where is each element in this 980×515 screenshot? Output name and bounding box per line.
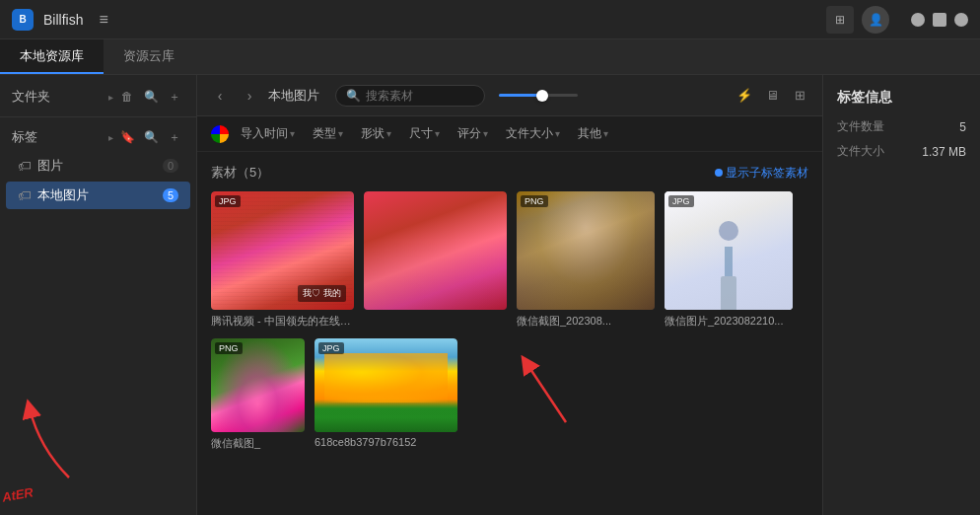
filter-import-time[interactable]: 导入时间 ▾ bbox=[235, 123, 301, 144]
filter-size[interactable]: 尺寸 ▾ bbox=[403, 123, 446, 144]
gallery-item-5[interactable]: PNG 微信截图_ bbox=[211, 338, 305, 451]
titlebar: B Billfish ≡ ⊞ 👤 bbox=[0, 0, 980, 39]
view-filter-button[interactable]: ⚡ bbox=[734, 85, 755, 107]
file-size-label: 文件大小 bbox=[837, 143, 884, 160]
filter-rating-arrow: ▾ bbox=[483, 128, 488, 139]
folder-delete-button[interactable]: 🗑 bbox=[117, 87, 137, 107]
sidebar-bottom: AtER bbox=[0, 210, 196, 507]
gallery-item-6[interactable]: JPG 618ce8b3797b76152 bbox=[315, 338, 457, 451]
item3-name: 微信截图_202308... bbox=[517, 314, 655, 329]
info-row-file-count: 文件数量 5 bbox=[837, 118, 966, 135]
tab-cloud-label: 资源云库 bbox=[123, 47, 175, 65]
filter-bar: 导入时间 ▾ 类型 ▾ 形状 ▾ 尺寸 ▾ 评分 ▾ 文件大小 ▾ bbox=[197, 116, 822, 152]
item5-name: 微信截图_ bbox=[211, 436, 305, 451]
window-controls bbox=[911, 13, 968, 27]
filter-filesize-arrow: ▾ bbox=[555, 128, 560, 139]
maximize-button[interactable] bbox=[933, 13, 946, 27]
gallery-item-3[interactable]: PNG 微信截图_202308... bbox=[517, 191, 655, 329]
item6-type-badge: JPG bbox=[318, 342, 344, 354]
sidebar-item-images[interactable]: 🏷 图片 0 bbox=[6, 152, 190, 180]
sidebar-item-images-count: 0 bbox=[163, 159, 178, 173]
breadcrumb: 本地图片 bbox=[268, 87, 319, 105]
filter-other-label: 其他 bbox=[578, 125, 601, 142]
logo-text: B bbox=[19, 14, 26, 25]
sidebar-item-local-images-label: 本地图片 bbox=[37, 186, 157, 204]
folder-section-header: 文件夹 ▸ 🗑 🔍 ＋ bbox=[0, 83, 196, 110]
size-slider-track bbox=[499, 94, 578, 97]
info-row-file-size: 文件大小 1.37 MB bbox=[837, 143, 966, 160]
gallery-item-1[interactable]: 我♡ 我的 JPG 腾讯视频 - 中国领先的在线视频媒体平台,海... bbox=[211, 191, 354, 329]
filter-size-label: 尺寸 bbox=[409, 125, 433, 142]
item1-type-badge: JPG bbox=[215, 195, 241, 207]
folder-search-button[interactable]: 🔍 bbox=[141, 87, 161, 107]
filter-other[interactable]: 其他 ▾ bbox=[572, 123, 614, 144]
tab-local-library[interactable]: 本地资源库 bbox=[0, 39, 104, 74]
avatar-button[interactable]: 👤 bbox=[862, 6, 889, 34]
filter-filesize-label: 文件大小 bbox=[506, 125, 553, 142]
file-count-label: 文件数量 bbox=[837, 118, 884, 135]
show-subtag-label: 显示子标签素材 bbox=[726, 165, 808, 182]
gallery-item-2[interactable] bbox=[364, 191, 507, 329]
show-subtag-button[interactable]: 显示子标签素材 bbox=[715, 165, 808, 182]
folder-add-button[interactable]: ＋ bbox=[165, 87, 184, 107]
filter-shape-label: 形状 bbox=[361, 125, 385, 142]
grid-button[interactable]: ⊞ bbox=[826, 6, 854, 34]
gallery-count: 素材（5） bbox=[211, 164, 269, 182]
filter-shape-arrow: ▾ bbox=[386, 128, 391, 139]
tag-search-button[interactable]: 🔍 bbox=[141, 127, 161, 147]
color-filter-dot[interactable] bbox=[211, 125, 229, 143]
nav-back-button[interactable]: ‹ bbox=[209, 85, 231, 107]
view-grid-button[interactable]: ⊞ bbox=[789, 85, 810, 107]
minimize-button[interactable] bbox=[911, 13, 925, 27]
filter-type-arrow: ▾ bbox=[338, 128, 343, 139]
right-panel-title: 标签信息 bbox=[837, 89, 966, 107]
sidebar: 文件夹 ▸ 🗑 🔍 ＋ 标签 ▸ 🔖 🔍 ＋ 🏷 图片 0 🏷 本地图片 5 bbox=[0, 75, 197, 515]
size-slider-thumb[interactable] bbox=[536, 90, 548, 102]
sidebar-item-images-label: 图片 bbox=[37, 157, 157, 175]
filter-rating[interactable]: 评分 ▾ bbox=[452, 123, 494, 144]
gallery-item-4[interactable]: JPG 微信图片_2023082210... bbox=[665, 191, 793, 329]
file-count-value: 5 bbox=[959, 120, 966, 134]
gallery: 素材（5） 显示子标签素材 我♡ 我的 JPG 腾讯视频 bbox=[197, 152, 822, 515]
nav-forward-button[interactable]: › bbox=[239, 85, 260, 107]
menu-icon[interactable]: ≡ bbox=[99, 11, 107, 29]
empty-area bbox=[467, 338, 808, 451]
filter-size-arrow: ▾ bbox=[435, 128, 440, 139]
content-toolbar: ‹ › 本地图片 🔍 ⚡ 🖥 ⊞ bbox=[197, 75, 822, 116]
app-name: Billfish bbox=[43, 12, 83, 28]
close-button[interactable] bbox=[954, 13, 968, 27]
titlebar-controls: ⊞ 👤 bbox=[826, 6, 889, 34]
filter-filesize[interactable]: 文件大小 ▾ bbox=[500, 123, 566, 144]
arrow-annotation-2 bbox=[487, 343, 645, 442]
item4-type-badge: JPG bbox=[668, 195, 694, 207]
filter-type[interactable]: 类型 ▾ bbox=[307, 123, 349, 144]
item1-name: 腾讯视频 - 中国领先的在线视频媒体平台,海... bbox=[211, 314, 354, 329]
arrow-annotation-1 bbox=[10, 389, 128, 487]
main-layout: 文件夹 ▸ 🗑 🔍 ＋ 标签 ▸ 🔖 🔍 ＋ 🏷 图片 0 🏷 本地图片 5 bbox=[0, 75, 980, 515]
tag-add-button[interactable]: ＋ bbox=[165, 127, 184, 147]
tag-chevron: ▸ bbox=[108, 132, 113, 143]
tabbar: 本地资源库 资源云库 bbox=[0, 39, 980, 75]
tag-icon-1: 🏷 bbox=[18, 158, 32, 174]
tab-cloud-library[interactable]: 资源云库 bbox=[104, 39, 194, 74]
view-monitor-button[interactable]: 🖥 bbox=[761, 85, 783, 107]
filter-type-label: 类型 bbox=[313, 125, 336, 142]
item4-name: 微信图片_2023082210... bbox=[665, 314, 793, 329]
filter-import-label: 导入时间 bbox=[241, 125, 288, 142]
folder-chevron: ▸ bbox=[108, 92, 113, 103]
filter-rating-label: 评分 bbox=[457, 125, 481, 142]
app-logo: B bbox=[12, 9, 34, 31]
filter-other-arrow: ▾ bbox=[603, 128, 608, 139]
toolbar-right: ⚡ 🖥 ⊞ bbox=[734, 85, 810, 107]
ater-label: AtER bbox=[1, 484, 35, 504]
sidebar-separator-1 bbox=[0, 116, 196, 117]
search-box: 🔍 bbox=[335, 85, 485, 107]
item5-type-badge: PNG bbox=[215, 342, 243, 354]
gallery-header: 素材（5） 显示子标签素材 bbox=[211, 164, 808, 182]
filter-shape[interactable]: 形状 ▾ bbox=[355, 123, 397, 144]
sidebar-item-local-images[interactable]: 🏷 本地图片 5 bbox=[6, 182, 190, 209]
search-input[interactable] bbox=[366, 89, 474, 103]
tag-section-header: 标签 ▸ 🔖 🔍 ＋ bbox=[0, 123, 196, 151]
tab-local-label: 本地资源库 bbox=[20, 47, 84, 65]
tag-bookmark-button[interactable]: 🔖 bbox=[117, 127, 137, 147]
